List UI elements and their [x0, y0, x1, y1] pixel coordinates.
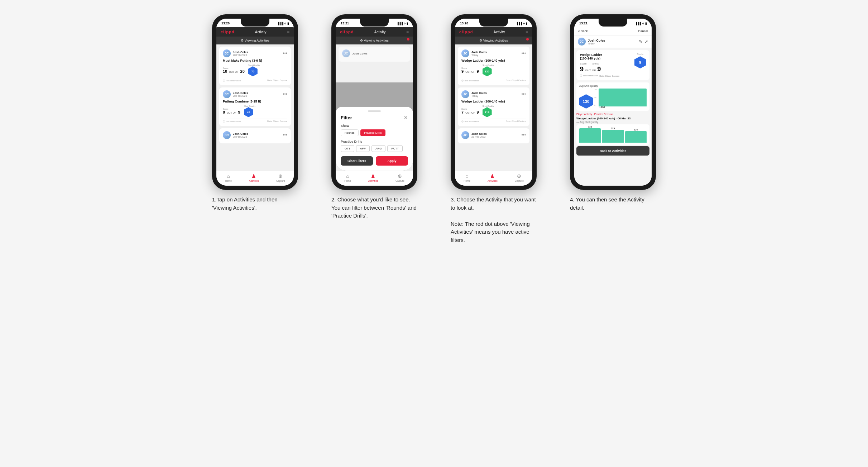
bar-chart-bars: 132 129 124 — [579, 127, 647, 143]
chart-right: 100 50 0 APP — [594, 89, 647, 109]
detail-shots-val: 9 — [597, 66, 601, 73]
detail-user-name: Josh Coles — [588, 39, 605, 42]
wifi-icon: ⌾ — [284, 22, 286, 25]
card-stats-1-1: Score 10 OUT OF 20 Shot Quality 75 — [223, 64, 287, 76]
expand-icon[interactable]: ⤢ — [644, 39, 648, 44]
filter-sheet: Filter ✕ Show Rounds Practice Drills Pra… — [336, 107, 413, 171]
footer-left-1-2: ⓘ Test Information — [223, 120, 241, 123]
capture-label-3: Capture — [515, 180, 524, 182]
home-label-1: Home — [225, 180, 232, 182]
card-user-info-1-3: Josh Coles 28 Feb 2023 — [233, 132, 280, 138]
caption-4: 4. You can then see the Activity detail. — [570, 196, 656, 212]
stat-sq-1-2: Shot Quality 45 — [244, 105, 256, 117]
clear-filters-button[interactable]: Clear Filters — [341, 156, 373, 166]
card-title-1-2: Putting Combine (3-15 ft) — [223, 100, 287, 103]
detail-score-labels: Score Shots — [580, 62, 602, 65]
detail-shot-hex: 9 — [634, 56, 646, 68]
card-dots-3-1[interactable]: ••• — [521, 51, 526, 56]
filter-close-icon[interactable]: ✕ — [404, 115, 408, 120]
avatar-1-3: JC — [223, 131, 231, 139]
menu-icon-2[interactable]: ≡ — [406, 29, 409, 34]
rounds-pill[interactable]: Rounds — [341, 129, 359, 136]
activity-card-1-2[interactable]: JC Josh Coles 28 Feb 2023 ••• Putting Co… — [219, 87, 291, 126]
nav-home-2[interactable]: ⌂ Home — [344, 173, 351, 182]
sq-hex-3-1: 130 — [483, 66, 492, 76]
activity-card-3-3: JC Josh Coles 28 Feb 2023 ••• — [458, 128, 529, 143]
card-stats-3-2: Score 7 OUT OF 9 Shot Quality 118 — [461, 105, 526, 117]
phone-frame-4: 13:21 ▐▐▐ ⌾ ▮ < Back Cancel — [570, 14, 656, 190]
activity-card-1-1[interactable]: JC Josh Coles 28 Feb 2023 ••• Must Make … — [219, 47, 291, 85]
score-display-3-2: 7 OUT OF 9 — [461, 110, 479, 114]
card-user-date-1-2: 28 Feb 2023 — [233, 95, 280, 97]
viewing-bar-1[interactable]: ⚙ Viewing Activities — [216, 37, 294, 44]
nav-capture-1[interactable]: ⊕ Capture — [276, 173, 285, 182]
nav-activities-2[interactable]: ♟ Activities — [368, 173, 378, 182]
nav-capture-3[interactable]: ⊕ Capture — [515, 173, 524, 182]
nav-activities-3[interactable]: ♟ Activities — [488, 173, 498, 182]
bottom-nav-3: ⌂ Home ♟ Activities ⊕ Capture — [455, 171, 532, 186]
chart-bar-app — [599, 89, 647, 106]
avatar-1-2: JC — [223, 90, 231, 98]
card-stats-1-2: Score 0 OUT OF 9 Shot Quality 45 — [223, 105, 287, 117]
bar-fill-1 — [579, 128, 601, 143]
cancel-button[interactable]: Cancel — [638, 29, 648, 33]
avatar-1-1: JC — [223, 49, 231, 57]
bar-val-3: 124 — [634, 129, 638, 131]
apply-button[interactable]: Apply — [376, 156, 408, 166]
bar-chart-section: 132 129 124 — [576, 124, 649, 145]
bar-fill-3 — [625, 131, 647, 143]
nav-home-1[interactable]: ⌂ Home — [225, 173, 232, 182]
activity-card-3-1[interactable]: JC Josh Coles Today ••• Wedge Ladder (10… — [458, 47, 529, 85]
avatar-3-1: JC — [461, 49, 469, 57]
wifi-icon-3: ⌾ — [523, 22, 525, 25]
shots-value-3-1: 9 — [476, 69, 479, 73]
red-dot-3 — [526, 38, 529, 40]
filter-header: Filter ✕ — [341, 115, 408, 120]
edit-icon[interactable]: ✎ — [639, 39, 642, 44]
card-dots-3-2[interactable]: ••• — [521, 92, 526, 96]
bar-item-1: 132 — [579, 126, 601, 143]
bar-item-2: 129 — [602, 127, 624, 143]
detail-card-left: Wedge Ladder(100-140 yds) Score Shots 9 … — [580, 53, 602, 73]
card-dots-1-1[interactable]: ••• — [283, 51, 287, 56]
page-container: 13:20 ▐▐▐ ⌾ ▮ clippd Activity ≡ ⚙ Viewin… — [201, 14, 667, 244]
nav-activities-1[interactable]: ♟ Activities — [249, 173, 259, 182]
arg-pill[interactable]: ARG — [371, 145, 385, 152]
footer-left-1-1: ⓘ Test Information — [223, 79, 241, 82]
activity-card-3-2[interactable]: JC Josh Coles Today ••• Wedge Ladder (10… — [458, 87, 529, 126]
sq-label-3-1: Shot Quality — [483, 64, 494, 66]
phone-screen-3: 13:20 ▐▐▐ ⌾ ▮ clippd Activity ≡ ⚙ Viewin… — [455, 19, 532, 186]
practice-drills-pill[interactable]: Practice Drills — [360, 129, 386, 136]
stat-sq-3-1: Shot Quality 130 — [483, 64, 494, 76]
status-time-3: 13:20 — [460, 22, 468, 25]
detail-user-text: Josh Coles Today — [588, 39, 605, 45]
card-dots-1-2[interactable]: ••• — [283, 92, 287, 96]
nav-capture-2[interactable]: ⊕ Capture — [395, 173, 404, 182]
stat-sq-3-2: Shot Quality 118 — [483, 105, 494, 117]
menu-icon-3[interactable]: ≡ — [526, 29, 528, 34]
menu-icon-1[interactable]: ≡ — [287, 29, 289, 34]
card-dots-3-3[interactable]: ••• — [521, 133, 526, 137]
putt-pill[interactable]: PUTT — [387, 145, 403, 152]
activities-label-2: Activities — [368, 180, 378, 182]
ott-pill[interactable]: OTT — [341, 145, 354, 152]
back-button[interactable]: < Back — [578, 29, 588, 33]
back-to-activities[interactable]: Back to Activities — [576, 146, 649, 156]
out-of-3-2: OUT OF — [465, 111, 475, 114]
capture-icon-3: ⊕ — [517, 173, 521, 179]
filter-handle — [368, 110, 381, 112]
app-pill[interactable]: APP — [356, 145, 370, 152]
card-stats-3-1: Score 9 OUT OF 9 Shot Quality 130 — [461, 64, 526, 76]
nav-home-3[interactable]: ⌂ Home — [464, 173, 470, 182]
screen2-bg: JC Josh Coles Filter — [336, 44, 413, 171]
stat-score-1-2: Score 0 OUT OF 9 — [223, 108, 240, 114]
out-of-1-2: OUT OF — [227, 111, 236, 114]
capture-icon-1: ⊕ — [278, 173, 283, 179]
card-dots-1-3[interactable]: ••• — [283, 133, 287, 137]
phone-frame-3: 13:20 ▐▐▐ ⌾ ▮ clippd Activity ≡ ⚙ Viewin… — [451, 14, 537, 190]
partial-card-2: JC Josh Coles — [339, 47, 410, 62]
out-of-3-1: OUT OF — [465, 71, 475, 73]
viewing-bar-3[interactable]: ⚙ Viewing Activities — [455, 37, 532, 44]
viewing-bar-2[interactable]: ⚙ Viewing Activities — [336, 37, 413, 44]
score-display-1-2: 0 OUT OF 9 — [223, 110, 240, 114]
